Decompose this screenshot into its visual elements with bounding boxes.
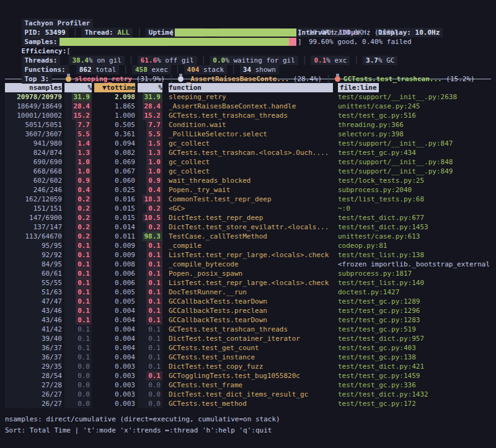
- table-row[interactable]: 18649/1864928.41.86528.4_AssertRaisesBas…: [5, 102, 491, 111]
- table-row[interactable]: 36/370.10.0040.1GCTests.test_get_countte…: [5, 343, 491, 353]
- efficiency-row: Efficiency:[ ] 99.60% good, 0.40% failed: [5, 37, 491, 46]
- column-header-pct2[interactable]: %: [138, 83, 162, 92]
- table-row[interactable]: 29/350.00.0030.1DictTest.test_copy_fuzzt…: [5, 362, 491, 371]
- table-row[interactable]: 43/460.10.0040.1GCCallbackTests.preclean…: [5, 306, 491, 315]
- pct-direct-value: 0.4: [76, 185, 92, 195]
- table-row[interactable]: 39/400.10.0040.1DictTest.test_container_…: [5, 334, 491, 343]
- table-row[interactable]: 5051/50517.70.5057.7Condition.waitthread…: [5, 120, 491, 130]
- table-row[interactable]: 113/646700.20.01198.3TestCase._callTestM…: [5, 232, 491, 241]
- table-row[interactable]: 41/420.10.0040.1GCTests.test_trashcan_th…: [5, 325, 491, 334]
- cell-pct-direct: 1.0: [64, 157, 92, 167]
- column-header-file-line[interactable]: file:line: [338, 83, 491, 92]
- table-row[interactable]: 51/630.10.0050.1DocTestRunner.__rundocte…: [5, 288, 491, 297]
- cell-pct-cumulative: 31.9: [138, 92, 162, 102]
- pct-cumulative-value: 0.0: [146, 399, 162, 408]
- cell-tottime: 0.003: [94, 399, 135, 408]
- cell-nsamples: 3607/3607: [5, 130, 62, 139]
- cell-pct-direct: 0.1: [64, 306, 92, 315]
- cell-function: Condition.wait: [169, 120, 333, 130]
- bracket-close: ]: [298, 28, 302, 37]
- cell-nsamples: 28/54: [5, 371, 62, 380]
- column-header-tottime-sorted[interactable]: ▼tottime: [94, 83, 135, 92]
- cell-function: DictTest.test_container_iterator: [169, 334, 333, 343]
- pct-cumulative-value: 0.9: [146, 176, 162, 185]
- cell-pct-cumulative: 5.5: [138, 130, 162, 139]
- cell-tottime: 0.361: [94, 130, 135, 139]
- table-row[interactable]: 162/120590.20.01618.3CommonTest.test_rep…: [5, 195, 491, 204]
- cell-pct-direct: 0.0: [64, 399, 92, 408]
- table-row[interactable]: 668/6681.00.0671.0gc_collecttest/support…: [5, 167, 491, 176]
- cell-pct-direct: 0.0: [64, 380, 92, 390]
- cell-tottime: 0.004: [94, 306, 135, 315]
- pct-direct-value: 0.0: [76, 390, 92, 399]
- table-row[interactable]: 95/950.10.0090.1_compilecodeop.py:81: [5, 241, 491, 250]
- table-row[interactable]: 36/370.10.0040.1GCTests.test_instancetes…: [5, 353, 491, 362]
- cell-nsamples: 824/874: [5, 148, 62, 157]
- pct-cumulative-value: 1.0: [146, 167, 162, 176]
- cell-nsamples: 84/95: [5, 260, 62, 269]
- cell-nsamples: 602/602: [5, 176, 62, 185]
- cell-function: _compile_bytecode: [169, 260, 333, 269]
- table-row[interactable]: 246/2460.40.0250.4Popen._try_waitsubproc…: [5, 185, 491, 195]
- pct-direct-value: 0.2: [76, 204, 92, 213]
- cell-pct-direct: 0.1: [64, 269, 92, 278]
- table-row[interactable]: 137/1470.20.0140.2DictTest.test_store_ev…: [5, 222, 491, 232]
- table-row[interactable]: 47/470.10.0050.1GCCallbackTests.tearDown…: [5, 297, 491, 306]
- table-row[interactable]: 55/550.10.0060.1ListTest.test_repr_large…: [5, 278, 491, 288]
- table-row[interactable]: 690/6901.00.0691.0gc_collecttest/support…: [5, 157, 491, 167]
- title-row: Tachyon Profiler: [5, 9, 491, 19]
- cell-nsamples: 151/151: [5, 204, 62, 213]
- table-row[interactable]: 824/8741.30.0821.3GCTests.test_trashcan.…: [5, 148, 491, 157]
- table-row[interactable]: 43/460.10.0040.1GCCallbackTests.tearDown…: [5, 315, 491, 325]
- cell-pct-direct: 7.7: [64, 120, 92, 130]
- cell-nsamples: 55/55: [5, 278, 62, 288]
- table-row[interactable]: 26/270.00.0030.0GCTests.test_methodtest/…: [5, 399, 491, 408]
- table-row[interactable]: 92/920.10.0090.1ListTest.test_repr_large…: [5, 250, 491, 260]
- table-row[interactable]: 60/610.10.0060.1Popen._posix_spawnsubpro…: [5, 269, 491, 278]
- table-row[interactable]: 151/1510.20.0150.2<GC>~:0: [5, 204, 491, 213]
- cell-pct-direct: 28.4: [64, 102, 92, 111]
- cell-file-line: ~:0: [338, 204, 491, 213]
- cell-pct-cumulative: 0.1: [138, 315, 162, 325]
- pct-direct-value: 0.1: [76, 306, 92, 315]
- cell-tottime: 0.003: [94, 371, 135, 380]
- table-row[interactable]: 27/280.00.0030.0GCTests.test_frametest/t…: [5, 380, 491, 390]
- cell-function: ListTest.test_repr_large.<locals>.check: [169, 250, 333, 260]
- cell-pct-cumulative: 0.2: [138, 204, 162, 213]
- table-row[interactable]: 28/540.00.0030.1GCTogglingTests.test_bug…: [5, 371, 491, 380]
- pct-direct-value: 0.1: [76, 343, 92, 353]
- functions-row: Functions:862 total│458 exec│404 stack│3…: [5, 56, 491, 65]
- cell-pct-cumulative: 0.1: [138, 353, 162, 362]
- cell-function: Popen._posix_spawn: [169, 269, 333, 278]
- cell-pct-direct: 0.9: [64, 176, 92, 185]
- pct-cumulative-value: 0.1: [146, 371, 162, 380]
- table-row[interactable]: 84/950.10.0080.1_compile_bytecode<frozen…: [5, 260, 491, 269]
- pct-direct-value: 0.0: [76, 371, 92, 380]
- footer-keybindings: Sort: Total Time | 't':mode 'x':trends ↔…: [5, 426, 491, 435]
- cell-nsamples: 43/46: [5, 306, 62, 315]
- cell-pct-cumulative: 0.1: [138, 260, 162, 269]
- pct-direct-value: 0.1: [76, 278, 92, 288]
- cell-file-line: test/support/__init__.py:848: [338, 157, 491, 167]
- pct-direct-value: 0.1: [76, 250, 92, 260]
- cell-tottime: 0.005: [94, 297, 135, 306]
- table-row[interactable]: 20978/2097931.92.09831.9sleeping_retryte…: [5, 92, 491, 102]
- cell-function: Popen._try_wait: [169, 185, 333, 195]
- cell-function: DictTest.test_dict_items_result_gc: [169, 390, 333, 399]
- cell-tottime: 0.014: [94, 222, 135, 232]
- cell-pct-direct: 0.2: [64, 204, 92, 213]
- table-row[interactable]: 10001/1000215.21.00015.2GCTests.test_tra…: [5, 111, 491, 120]
- table-row[interactable]: 941/9801.40.0941.5gc_collecttest/support…: [5, 139, 491, 148]
- table-row[interactable]: 147/69000.20.01510.5DictTest.test_repr_d…: [5, 213, 491, 222]
- table-row[interactable]: 3607/36075.50.3615.5_PollLikeSelector.se…: [5, 130, 491, 139]
- column-header-nsamples[interactable]: nsamples: [5, 83, 62, 92]
- cell-function: _compile: [169, 241, 333, 250]
- table-row[interactable]: 26/270.00.0030.0DictTest.test_dict_items…: [5, 390, 491, 399]
- cell-file-line: test/support/__init__.py:847: [338, 139, 491, 148]
- column-header-pct1[interactable]: %: [64, 83, 92, 92]
- cell-tottime: 0.025: [94, 185, 135, 195]
- top3-row: Top 3:sleeping_retry (31.9%)│_AssertRais…: [5, 65, 491, 74]
- column-header-function[interactable]: function: [169, 83, 333, 92]
- cell-file-line: doctest.py:1427: [338, 288, 491, 297]
- table-row[interactable]: 602/6020.90.0600.9wait_threads_blockedte…: [5, 176, 491, 185]
